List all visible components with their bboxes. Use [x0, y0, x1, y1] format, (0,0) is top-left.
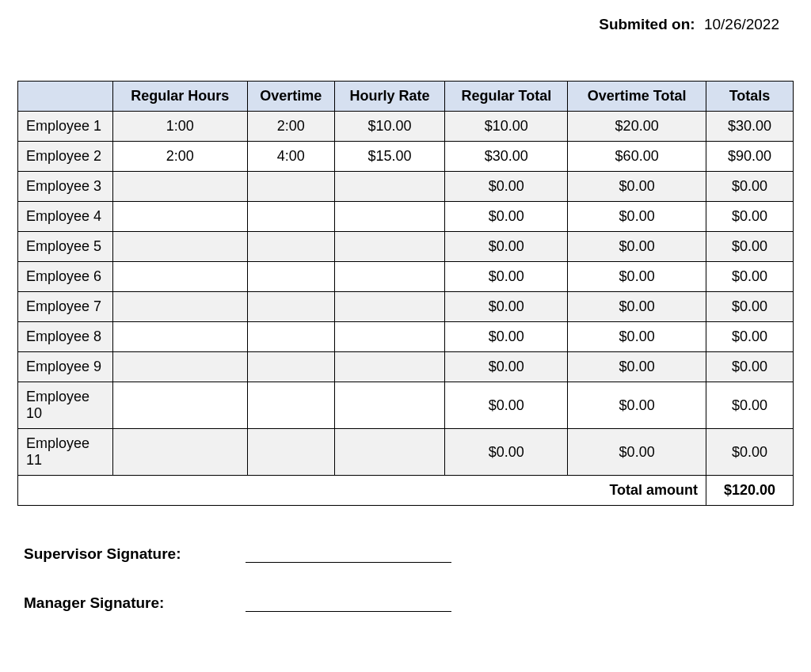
header-overtime: Overtime — [247, 82, 334, 112]
cell-hourly-rate: $15.00 — [334, 142, 445, 172]
cell-total: $0.00 — [706, 172, 794, 202]
cell-regular-total: $30.00 — [445, 142, 568, 172]
cell-overtime-total: $60.00 — [568, 142, 706, 172]
header-blank — [18, 82, 113, 112]
total-amount-value: $120.00 — [706, 476, 794, 506]
cell-overtime — [247, 429, 334, 476]
employee-name: Employee 5 — [18, 232, 113, 262]
cell-overtime-total: $0.00 — [568, 322, 706, 352]
submitted-on-line: Submited on: 10/26/2022 — [16, 16, 795, 33]
cell-overtime-total: $20.00 — [568, 112, 706, 142]
table-row: Employee 10$0.00$0.00$0.00 — [18, 382, 794, 429]
cell-regular-hours — [112, 172, 247, 202]
cell-regular-hours: 2:00 — [112, 142, 247, 172]
cell-hourly-rate — [334, 292, 445, 322]
cell-overtime-total: $0.00 — [568, 382, 706, 429]
cell-total: $30.00 — [706, 112, 794, 142]
employee-name: Employee 1 — [18, 112, 113, 142]
cell-overtime-total: $0.00 — [568, 202, 706, 232]
cell-hourly-rate — [334, 232, 445, 262]
cell-hourly-rate — [334, 352, 445, 382]
header-totals: Totals — [706, 82, 794, 112]
cell-overtime-total: $0.00 — [568, 352, 706, 382]
cell-regular-total: $0.00 — [445, 382, 568, 429]
cell-total: $0.00 — [706, 429, 794, 476]
employee-name: Employee 3 — [18, 172, 113, 202]
cell-regular-hours — [112, 429, 247, 476]
table-row: Employee 4$0.00$0.00$0.00 — [18, 202, 794, 232]
cell-regular-total: $0.00 — [445, 429, 568, 476]
cell-overtime — [247, 382, 334, 429]
cell-regular-total: $0.00 — [445, 292, 568, 322]
employee-name: Employee 2 — [18, 142, 113, 172]
supervisor-signature-label: Supervisor Signature: — [24, 545, 246, 563]
manager-signature-row: Manager Signature: — [24, 594, 795, 612]
table-row: Employee 8$0.00$0.00$0.00 — [18, 322, 794, 352]
cell-total: $90.00 — [706, 142, 794, 172]
cell-total: $0.00 — [706, 202, 794, 232]
cell-regular-hours — [112, 202, 247, 232]
cell-hourly-rate: $10.00 — [334, 112, 445, 142]
table-row: Employee 11:002:00$10.00$10.00$20.00$30.… — [18, 112, 794, 142]
cell-overtime — [247, 292, 334, 322]
cell-overtime: 4:00 — [247, 142, 334, 172]
supervisor-signature-line — [246, 547, 451, 563]
timesheet-table: Regular Hours Overtime Hourly Rate Regul… — [17, 81, 794, 506]
table-row: Employee 9$0.00$0.00$0.00 — [18, 352, 794, 382]
header-regular-hours: Regular Hours — [112, 82, 247, 112]
cell-overtime-total: $0.00 — [568, 262, 706, 292]
cell-regular-total: $0.00 — [445, 322, 568, 352]
cell-total: $0.00 — [706, 322, 794, 352]
cell-total: $0.00 — [706, 232, 794, 262]
total-amount-label: Total amount — [18, 476, 706, 506]
cell-overtime-total: $0.00 — [568, 232, 706, 262]
table-row: Employee 3$0.00$0.00$0.00 — [18, 172, 794, 202]
cell-hourly-rate — [334, 429, 445, 476]
cell-overtime — [247, 262, 334, 292]
submitted-label: Submited on: — [599, 16, 695, 32]
employee-name: Employee 7 — [18, 292, 113, 322]
cell-overtime — [247, 232, 334, 262]
employee-name: Employee 4 — [18, 202, 113, 232]
header-regular-total: Regular Total — [445, 82, 568, 112]
cell-total: $0.00 — [706, 262, 794, 292]
signature-section: Supervisor Signature: Manager Signature: — [16, 545, 795, 612]
cell-overtime-total: $0.00 — [568, 172, 706, 202]
supervisor-signature-row: Supervisor Signature: — [24, 545, 795, 563]
employee-name: Employee 8 — [18, 322, 113, 352]
cell-overtime — [247, 322, 334, 352]
manager-signature-line — [246, 596, 451, 612]
cell-overtime — [247, 202, 334, 232]
employee-name: Employee 10 — [18, 382, 113, 429]
total-amount-row: Total amount $120.00 — [18, 476, 794, 506]
cell-regular-hours — [112, 352, 247, 382]
table-row: Employee 11$0.00$0.00$0.00 — [18, 429, 794, 476]
cell-regular-total: $0.00 — [445, 232, 568, 262]
cell-total: $0.00 — [706, 352, 794, 382]
cell-regular-total: $10.00 — [445, 112, 568, 142]
cell-regular-hours: 1:00 — [112, 112, 247, 142]
header-overtime-total: Overtime Total — [568, 82, 706, 112]
cell-regular-hours — [112, 292, 247, 322]
cell-overtime-total: $0.00 — [568, 292, 706, 322]
cell-regular-total: $0.00 — [445, 352, 568, 382]
employee-name: Employee 6 — [18, 262, 113, 292]
cell-regular-total: $0.00 — [445, 172, 568, 202]
submitted-date: 10/26/2022 — [704, 16, 779, 32]
cell-total: $0.00 — [706, 292, 794, 322]
cell-hourly-rate — [334, 262, 445, 292]
cell-regular-total: $0.00 — [445, 262, 568, 292]
cell-hourly-rate — [334, 202, 445, 232]
table-row: Employee 7$0.00$0.00$0.00 — [18, 292, 794, 322]
cell-hourly-rate — [334, 172, 445, 202]
header-hourly-rate: Hourly Rate — [334, 82, 445, 112]
employee-name: Employee 11 — [18, 429, 113, 476]
table-row: Employee 6$0.00$0.00$0.00 — [18, 262, 794, 292]
cell-regular-total: $0.00 — [445, 202, 568, 232]
cell-regular-hours — [112, 322, 247, 352]
cell-overtime — [247, 352, 334, 382]
manager-signature-label: Manager Signature: — [24, 594, 246, 612]
employee-name: Employee 9 — [18, 352, 113, 382]
cell-overtime: 2:00 — [247, 112, 334, 142]
cell-regular-hours — [112, 262, 247, 292]
